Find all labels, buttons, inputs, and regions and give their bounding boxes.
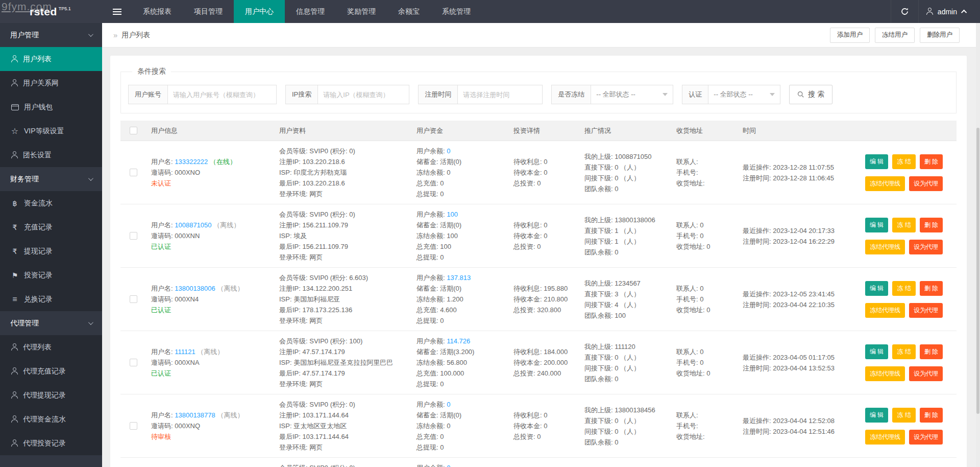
nav-item-system[interactable]: 系统管理	[431, 0, 482, 23]
sidebar-item-agent-list[interactable]: 代理列表	[0, 335, 102, 359]
username-link[interactable]: 13800138006	[175, 285, 215, 292]
username-link[interactable]: 133322222	[175, 158, 208, 166]
sidebar-item-invest-records[interactable]: ⚑ 投资记录	[0, 263, 102, 287]
row-actions-cell: 编 辑 冻 结 删 除 冻结代理线 设为代理	[865, 408, 957, 445]
sidebar-section-agent-mgmt[interactable]: 代理管理	[0, 311, 102, 335]
sidebar-section-finance-mgmt[interactable]: 财务管理	[0, 167, 102, 191]
chevron-down-icon	[88, 176, 93, 181]
set-agent-button[interactable]: 设为代理	[909, 430, 943, 445]
sidebar-item-agent-fund-flow[interactable]: 代理资金流水	[0, 407, 102, 431]
sidebar-item-leader-settings[interactable]: 团长设置	[0, 143, 102, 167]
freeze-agent-line-button[interactable]: 冻结代理线	[865, 366, 905, 381]
ip-search-input[interactable]	[318, 85, 409, 104]
row-checkbox[interactable]	[130, 422, 137, 430]
edit-button[interactable]: 编 辑	[865, 154, 888, 169]
delete-button[interactable]: 删 除	[920, 408, 943, 423]
user-profile-cell: 会员等级: SVIP0 (积分: 6.603) 注册IP: 134.122.20…	[279, 272, 416, 326]
nav-item-system-report[interactable]: 系统报表	[132, 0, 183, 23]
nav-item-info[interactable]: 信息管理	[285, 0, 336, 23]
delete-user-button[interactable]: 删除用户	[920, 28, 960, 43]
edit-button[interactable]: 编 辑	[865, 408, 888, 423]
freeze-button[interactable]: 冻 结	[892, 281, 915, 296]
set-agent-button[interactable]: 设为代理	[909, 366, 943, 381]
sidebar-item-agent-withdraw[interactable]: 代理提现记录	[0, 383, 102, 407]
delete-button[interactable]: 删 除	[920, 344, 943, 359]
freeze-user-button[interactable]: 冻结用户	[875, 28, 915, 43]
refresh-button[interactable]	[891, 0, 919, 23]
sidebar-item-recharge-records[interactable]: ₹ 充值记录	[0, 215, 102, 239]
username-link[interactable]: 13800138778	[175, 411, 215, 419]
sidebar-item-agent-invest[interactable]: 代理投资记录	[0, 431, 102, 455]
edit-button[interactable]: 编 辑	[865, 344, 888, 359]
sidebar-item-user-wallet[interactable]: 用户钱包	[0, 95, 102, 119]
ip-search-group: IP搜索	[285, 85, 409, 104]
row-checkbox[interactable]	[130, 232, 137, 240]
user-list-card: 条件搜索 用户账号 IP搜索 注册时间 是否冻结	[110, 56, 967, 467]
sidebar-group: 代理列表 代理充值记录 代理提现记录 代理资金流水 代理投资记录	[0, 335, 102, 455]
nav-item-user-center[interactable]: 用户中心	[234, 0, 285, 23]
sidebar-group: ฿ 资金流水 ₹ 充值记录 ₹ 提现记录 ⚑ 投资记录 ≡ 兑换记录	[0, 191, 102, 311]
sidebar-section-user-mgmt[interactable]: 用户管理	[0, 23, 102, 47]
top-navbar: rsted TP5.1 系统报表 项目管理 用户中心 信息管理 奖励管理 余额宝…	[0, 0, 980, 23]
invite-code-line: 邀请码: 000XNA	[151, 357, 274, 368]
row-checkbox[interactable]	[130, 169, 137, 176]
nav-item-yuebao[interactable]: 余额宝	[387, 0, 431, 23]
add-user-button[interactable]: 添加用户	[830, 28, 870, 43]
auth-status-group: 认证 -- 全部状态 --	[682, 85, 780, 104]
freeze-status-select[interactable]: -- 全部状态 --	[591, 85, 673, 104]
select-all-checkbox[interactable]	[130, 127, 137, 134]
regtime-input[interactable]	[458, 85, 542, 104]
nav-item-project[interactable]: 项目管理	[183, 0, 234, 23]
freeze-agent-line-button[interactable]: 冻结代理线	[865, 430, 905, 445]
table-row: 用户名: 13800138789 （离线） 邀请码: 会员等级: SVIP0 (…	[120, 458, 957, 467]
freeze-button[interactable]: 冻 结	[892, 218, 915, 232]
table-row: 用户名: 1008871050 （离线） 邀请码: 000XNN 已认证 会员等…	[120, 204, 957, 268]
row-checkbox[interactable]	[130, 295, 137, 303]
username-link[interactable]: 1008871050	[175, 221, 211, 229]
freeze-button[interactable]: 冻 结	[892, 154, 915, 169]
auth-status-select[interactable]: -- 全部状态 --	[708, 85, 780, 104]
table-header: 用户信息 用户资料 用户资金 投资详情 推广情况 收货地址 时间	[120, 121, 957, 141]
sidebar-item-withdraw-records[interactable]: ₹ 提现记录	[0, 239, 102, 263]
freeze-button[interactable]: 冻 结	[892, 344, 915, 359]
set-agent-button[interactable]: 设为代理	[909, 176, 943, 191]
admin-menu[interactable]: admin	[919, 0, 980, 23]
edit-button[interactable]: 编 辑	[865, 218, 888, 232]
freeze-button[interactable]: 冻 结	[892, 408, 915, 423]
sidebar-item-fund-flow[interactable]: ฿ 资金流水	[0, 191, 102, 215]
sidebar-item-user-list[interactable]: 用户列表	[0, 47, 102, 71]
username-link[interactable]: 111121	[175, 348, 195, 356]
set-agent-button[interactable]: 设为代理	[909, 240, 943, 254]
main-area: » 用户列表 添加用户 冻结用户 删除用户 条件搜索 用户账号 IP搜索	[102, 23, 980, 467]
bitcoin-icon: ฿	[10, 199, 19, 207]
header-promotion: 推广情况	[584, 126, 676, 135]
time-cell: 最近操作: 2023-12-28 11:07:55 注册时间: 2023-12-…	[743, 162, 865, 183]
freeze-agent-line-button[interactable]: 冻结代理线	[865, 176, 905, 191]
header-invest-detail: 投资详情	[513, 126, 584, 135]
delete-button[interactable]: 删 除	[920, 154, 943, 169]
set-agent-button[interactable]: 设为代理	[909, 303, 943, 318]
list-icon: ≡	[10, 295, 19, 304]
delete-button[interactable]: 删 除	[920, 281, 943, 296]
sidebar-item-user-network[interactable]: 用户关系网	[0, 71, 102, 95]
sidebar-item-agent-recharge[interactable]: 代理充值记录	[0, 359, 102, 383]
account-search-input[interactable]	[168, 85, 276, 104]
menu-toggle-icon[interactable]	[102, 0, 132, 23]
nav-item-reward[interactable]: 奖励管理	[336, 0, 387, 23]
edit-button[interactable]: 编 辑	[865, 281, 888, 296]
account-search-group: 用户账号	[128, 85, 277, 104]
page-title: 用户列表	[121, 31, 150, 40]
freeze-agent-line-button[interactable]: 冻结代理线	[865, 303, 905, 318]
star-icon: ☆	[10, 126, 19, 136]
balance-value: 0	[447, 147, 450, 155]
sidebar-item-vip-level[interactable]: ☆ VIP等级设置	[0, 119, 102, 143]
delete-button[interactable]: 删 除	[920, 218, 943, 232]
search-button[interactable]: 搜 索	[789, 85, 832, 104]
rupee-icon: ₹	[10, 247, 19, 255]
address-cell: 联系人: 0 手机号: 0 收货地址: 0	[676, 346, 743, 379]
freeze-agent-line-button[interactable]: 冻结代理线	[865, 240, 905, 254]
table-row: 用户名: 133322222 （在线） 邀请码: 000XNO 未认证 会员等级…	[120, 141, 957, 204]
sidebar-item-exchange-records[interactable]: ≡ 兑换记录	[0, 287, 102, 311]
row-checkbox[interactable]	[130, 359, 137, 366]
scrollbar-thumb[interactable]	[976, 128, 979, 414]
